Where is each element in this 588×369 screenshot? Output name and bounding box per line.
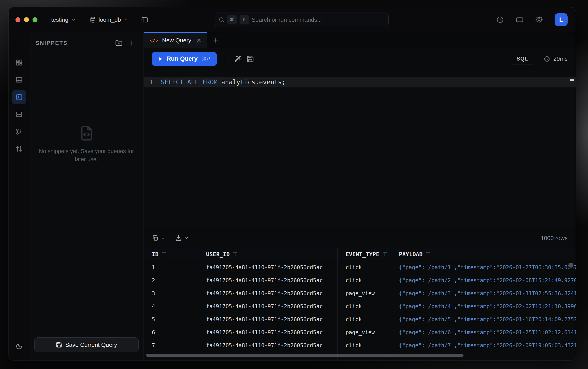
chevron-down-icon <box>71 17 76 22</box>
save-query-icon[interactable] <box>244 55 257 63</box>
editor-scrollbar-thumb[interactable] <box>570 79 574 81</box>
new-folder-icon[interactable] <box>115 40 123 47</box>
cell-id[interactable]: 2 <box>144 274 198 287</box>
column-header-event-type[interactable]: EVENT_TYPE T <box>338 248 391 261</box>
cell-event-type[interactable]: click <box>338 261 391 274</box>
column-title: USER_ID <box>206 251 230 257</box>
toolbar-divider <box>224 54 224 64</box>
cell-payload[interactable]: {"page":"/path/1","timestamp":"2026-01-2… <box>391 261 576 274</box>
nav-rows-icon[interactable] <box>12 107 26 122</box>
cell-user-id[interactable]: fa491705-4a81-4110-971f-2b26056cd5ac <box>198 274 338 287</box>
table-row: 2 fa491705-4a81-4110-971f-2b26056cd5ac c… <box>144 274 576 287</box>
titlebar-divider <box>44 15 44 24</box>
minimize-window-button[interactable] <box>24 17 29 22</box>
cell-user-id[interactable]: fa491705-4a81-4110-971f-2b26056cd5ac <box>198 300 338 313</box>
cell-user-id[interactable]: fa491705-4a81-4110-971f-2b26056cd5ac <box>198 261 338 274</box>
run-query-button[interactable]: Run Query ⌘↵ <box>152 52 217 66</box>
save-current-query-button[interactable]: Save Current Query <box>34 337 139 352</box>
code-tab-icon: </> <box>150 38 159 43</box>
cell-user-id[interactable]: fa491705-4a81-4110-971f-2b26056cd5ac <box>198 287 338 300</box>
cell-user-id[interactable]: fa491705-4a81-4110-971f-2b26056cd5ac <box>198 313 338 326</box>
chevron-down-icon <box>184 236 189 240</box>
run-query-shortcut: ⌘↵ <box>201 56 211 62</box>
search-input[interactable] <box>252 16 384 23</box>
tab-new-query[interactable]: </> New Query ✕ <box>144 32 207 48</box>
column-header-id[interactable]: ID T <box>144 248 198 261</box>
history-clock-icon[interactable] <box>496 16 504 23</box>
cell-event-type[interactable]: click <box>338 274 391 287</box>
sql-code-line: SELECT ALL FROM analytics.events; <box>161 79 286 86</box>
cell-payload[interactable]: {"page":"/path/6","timestamp":"2026-01-2… <box>391 326 576 339</box>
cell-payload[interactable]: {"page":"/path/3","timestamp":"2026-01-3… <box>391 287 576 300</box>
nav-schema-branch-icon[interactable] <box>12 124 26 139</box>
cell-payload[interactable]: {"page":"/path/5","timestamp":"2026-01-1… <box>391 313 576 326</box>
desktop-background: testing loom_db <box>0 0 588 369</box>
cell-id[interactable]: 3 <box>144 287 198 300</box>
sql-table-ref: analytics.events; <box>217 79 286 86</box>
nav-import-export-icon[interactable] <box>12 142 26 156</box>
nav-dashboard-icon[interactable] <box>12 55 26 70</box>
cell-user-id[interactable]: fa491705-4a81-4110-971f-2b26056cd5ac <box>198 339 338 352</box>
text-type-icon[interactable]: T <box>426 251 430 257</box>
snippets-empty-text: No snippets yet. Save your queries for l… <box>35 147 138 163</box>
nav-query-terminal-icon[interactable] <box>12 90 26 104</box>
workspace-switcher[interactable]: testing <box>51 16 76 23</box>
k-keycap: K <box>239 15 249 24</box>
command-search-bar[interactable]: ⌘ K <box>214 12 389 27</box>
cell-event-type[interactable]: page_view <box>338 326 391 339</box>
column-header-user-id[interactable]: USER_ID T <box>198 248 338 261</box>
vertical-scrollbar-thumb[interactable] <box>568 263 573 268</box>
text-type-icon[interactable]: T <box>383 251 387 257</box>
settings-gear-icon[interactable] <box>535 16 543 23</box>
database-switcher[interactable]: loom_db <box>90 16 129 23</box>
snippets-panel: SNIPPETS No snippets yet. Save yo <box>29 32 144 360</box>
cell-payload[interactable]: {"page":"/path/7","timestamp":"2026-02-0… <box>391 339 576 352</box>
run-query-label: Run Query <box>167 55 197 62</box>
results-grid: 1 fa491705-4a81-4110-971f-2b26056cd5ac c… <box>144 261 576 360</box>
dark-mode-moon-icon[interactable] <box>12 339 26 354</box>
cell-payload[interactable]: {"page":"/path/4","timestamp":"2026-02-0… <box>391 300 576 313</box>
traffic-lights <box>15 17 37 22</box>
cell-event-type[interactable]: page_view <box>338 287 391 300</box>
duration-label: 29ms <box>553 55 567 62</box>
cell-event-type[interactable]: click <box>338 339 391 352</box>
table-row: 7 fa491705-4a81-4110-971f-2b26056cd5ac c… <box>144 339 576 352</box>
keyboard-shortcuts-icon[interactable] <box>516 16 524 24</box>
close-window-button[interactable] <box>15 17 21 22</box>
close-tab-icon[interactable]: ✕ <box>197 37 201 44</box>
sql-editor[interactable]: 1 SELECT ALL FROM analytics.events; <box>144 70 576 228</box>
user-avatar[interactable]: L <box>555 13 567 26</box>
cell-payload[interactable]: {"page":"/path/2","timestamp":"2026-02-0… <box>391 274 576 287</box>
text-type-icon[interactable]: T <box>233 251 237 257</box>
editor-active-line: 1 SELECT ALL FROM analytics.events; <box>144 77 576 87</box>
copy-results-button[interactable] <box>152 235 165 241</box>
cell-id[interactable]: 1 <box>144 261 198 274</box>
table-row: 3 fa491705-4a81-4110-971f-2b26056cd5ac p… <box>144 287 576 300</box>
cell-user-id[interactable]: fa491705-4a81-4110-971f-2b26056cd5ac <box>198 326 338 339</box>
zoom-window-button[interactable] <box>32 17 37 22</box>
magic-wand-icon[interactable] <box>231 55 244 63</box>
cell-id[interactable]: 4 <box>144 300 198 313</box>
cell-id[interactable]: 5 <box>144 313 198 326</box>
row-count-label: 1000 rows <box>541 235 567 242</box>
line-number: 1 <box>144 79 161 86</box>
save-current-query-label: Save Current Query <box>65 341 117 348</box>
toggle-sidebar-icon[interactable] <box>141 16 148 23</box>
language-badge: SQL <box>512 53 533 65</box>
horizontal-scrollbar-thumb[interactable] <box>146 354 464 357</box>
cell-id[interactable]: 7 <box>144 339 198 352</box>
cell-event-type[interactable]: click <box>338 300 391 313</box>
cell-event-type[interactable]: click <box>338 313 391 326</box>
search-icon <box>218 17 225 23</box>
new-tab-button[interactable] <box>207 32 224 48</box>
column-header-payload[interactable]: PAYLOAD T <box>391 248 576 261</box>
tab-label: New Query <box>162 37 191 44</box>
nav-table-icon[interactable] <box>12 73 26 87</box>
download-results-button[interactable] <box>175 235 189 241</box>
cell-id[interactable]: 6 <box>144 326 198 339</box>
database-label: loom_db <box>99 16 121 23</box>
snippets-title: SNIPPETS <box>36 40 68 46</box>
new-snippet-plus-icon[interactable] <box>128 40 135 47</box>
text-type-icon[interactable]: T <box>162 251 166 257</box>
titlebar-actions: L <box>496 7 567 32</box>
